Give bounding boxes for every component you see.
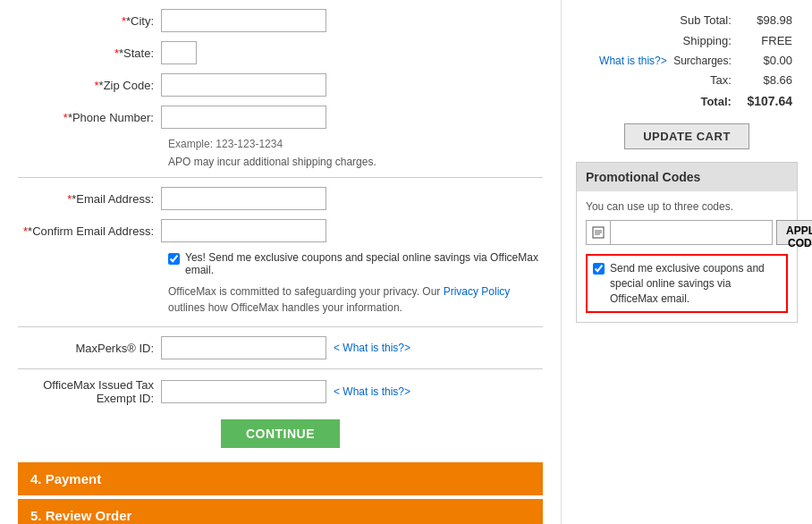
city-row: **City: — [18, 9, 543, 32]
zip-input[interactable] — [161, 73, 326, 97]
total-row: Total: $107.64 — [578, 91, 796, 111]
form-divider3 — [18, 368, 543, 369]
promo-email-optin-row: Send me exclusive coupons and special on… — [586, 254, 788, 313]
total-value: $107.64 — [737, 91, 796, 111]
subtotal-row: Sub Total: $98.98 — [578, 11, 796, 30]
city-label: **City: — [18, 14, 161, 28]
order-summary-table: Sub Total: $98.98 Shipping: FREE What is… — [576, 9, 798, 113]
promo-input-row: APPLY CODE — [586, 220, 788, 245]
total-label: Total: — [578, 91, 735, 111]
shipping-row: Shipping: FREE — [578, 31, 796, 50]
taxexempt-row: OfficeMax Issued Tax Exempt ID: < What i… — [18, 378, 543, 405]
email-input[interactable] — [161, 187, 326, 210]
email-optin-checkbox[interactable] — [168, 253, 180, 265]
right-column: Sub Total: $98.98 Shipping: FREE What is… — [562, 0, 812, 524]
taxexempt-label: OfficeMax Issued Tax Exempt ID: — [18, 378, 161, 405]
tag-icon — [592, 226, 605, 239]
surcharges-row: What is this?> Surcharges: $0.00 — [578, 52, 796, 69]
phone-label: **Phone Number: — [18, 111, 161, 124]
taxexempt-input[interactable] — [161, 380, 326, 403]
state-row: **State: — [18, 41, 543, 64]
state-input[interactable] — [161, 41, 197, 64]
update-cart-button[interactable]: UPDATE CART — [624, 123, 749, 149]
subtotal-label: Sub Total: — [578, 11, 735, 30]
maxperks-label: MaxPerks® ID: — [18, 342, 161, 355]
continue-button[interactable]: CONTINUE — [221, 419, 340, 448]
confirm-email-row: **Confirm Email Address: — [18, 219, 543, 242]
promo-email-optin-checkbox[interactable] — [593, 263, 605, 275]
email-row: **Email Address: — [18, 187, 543, 210]
tax-row: Tax: $8.66 — [578, 71, 796, 89]
surcharges-value: $0.00 — [737, 52, 796, 69]
maxperks-what-link[interactable]: < What is this?> — [334, 342, 410, 354]
taxexempt-what-link[interactable]: < What is this?> — [334, 385, 410, 398]
email-optin-label: Yes! Send me exclusive coupons and speci… — [185, 251, 543, 276]
payment-section-bar: 4. Payment — [18, 462, 543, 495]
promo-email-optin-label: Send me exclusive coupons and special on… — [610, 261, 781, 306]
tax-value: $8.66 — [737, 71, 796, 89]
promo-section: Promotional Codes You can use up to thre… — [576, 162, 798, 323]
apo-notice: APO may incur additional shipping charge… — [168, 156, 543, 168]
state-label: **State: — [18, 46, 161, 60]
maxperks-input[interactable] — [161, 336, 326, 359]
email-label: **Email Address: — [18, 192, 161, 206]
promo-header: Promotional Codes — [577, 163, 797, 191]
privacy-text: OfficeMax is committed to safeguarding y… — [168, 283, 543, 316]
privacy-policy-link[interactable]: Privacy Policy — [444, 285, 511, 298]
promo-code-input[interactable] — [610, 220, 773, 245]
surcharges-label: Surcharges: — [673, 55, 732, 67]
maxperks-row: MaxPerks® ID: < What is this?> — [18, 336, 543, 359]
confirm-email-input[interactable] — [161, 219, 326, 242]
zip-row: **Zip Code: — [18, 73, 543, 97]
promo-body: You can use up to three codes. APPLY COD… — [577, 191, 797, 322]
review-section-bar: 5. Review Order — [18, 499, 543, 524]
zip-label: **Zip Code: — [18, 79, 161, 92]
promo-icon — [586, 220, 610, 245]
phone-row: **Phone Number: — [18, 106, 543, 129]
form-section: **City: **State: **Zip Code: **Phone Num… — [0, 0, 562, 524]
form-divider2 — [18, 326, 543, 327]
tax-label: Tax: — [578, 71, 735, 89]
apply-code-button[interactable]: APPLY CODE — [776, 220, 812, 245]
email-optin-row: Yes! Send me exclusive coupons and speci… — [168, 251, 543, 276]
promo-subtext: You can use up to three codes. — [586, 200, 788, 213]
phone-hint: Example: 123-123-1234 — [168, 138, 543, 150]
continue-row: CONTINUE — [18, 419, 543, 448]
confirm-email-label: **Confirm Email Address: — [18, 224, 161, 238]
form-divider — [18, 177, 543, 178]
subtotal-value: $98.98 — [737, 11, 796, 30]
city-input[interactable] — [161, 9, 326, 32]
what-is-this-link[interactable]: What is this?> — [599, 55, 667, 67]
phone-input[interactable] — [161, 106, 326, 129]
shipping-value: FREE — [737, 31, 796, 50]
shipping-label: Shipping: — [578, 31, 735, 50]
